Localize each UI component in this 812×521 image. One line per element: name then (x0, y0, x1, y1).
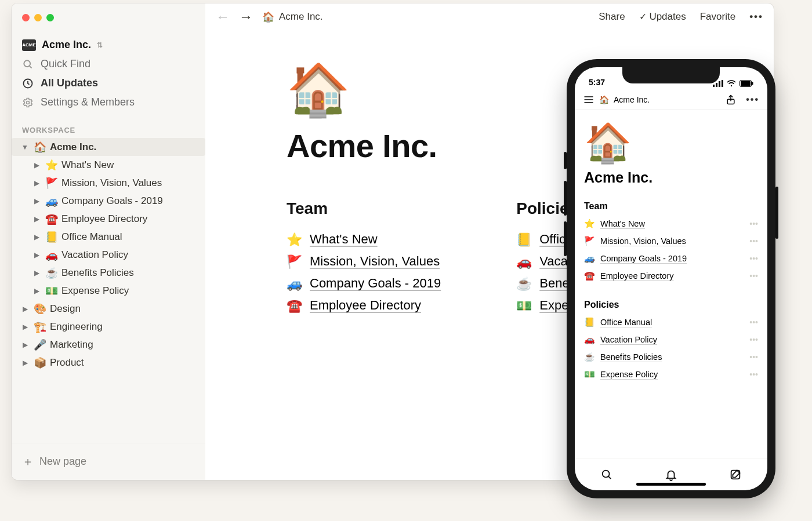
compose-icon[interactable] (729, 468, 742, 481)
tree-item-design[interactable]: ▶🎨Design (12, 300, 205, 318)
row-actions-icon[interactable]: ••• (749, 254, 758, 263)
search-icon[interactable] (600, 468, 613, 481)
more-menu-button[interactable]: ••• (746, 94, 759, 105)
page-link-whats-new[interactable]: ⭐What's New••• (584, 215, 758, 232)
new-page-label: New page (39, 456, 86, 468)
quick-find-button[interactable]: Quick Find (12, 54, 205, 74)
chevron-right-icon[interactable]: ▶ (20, 305, 30, 313)
chevron-right-icon[interactable]: ▶ (31, 161, 42, 169)
phone-volume-up (564, 181, 567, 216)
row-actions-icon[interactable]: ••• (749, 335, 758, 344)
tree-item-mission[interactable]: ▶🚩Mission, Vision, Values (12, 174, 205, 192)
tree-item-label: Product (50, 357, 84, 369)
dollar-icon: 💵 (45, 285, 58, 297)
page-link-label: Mission, Vision, Values (600, 236, 686, 246)
favorite-button[interactable]: Favorite (700, 11, 735, 23)
chevron-right-icon[interactable]: ▶ (20, 323, 30, 331)
traffic-lights (12, 3, 205, 21)
page-cover-icon[interactable]: 🏠 (584, 124, 758, 162)
tree-item-vacation[interactable]: ▶🚗Vacation Policy (12, 246, 205, 264)
bell-icon[interactable] (665, 468, 677, 481)
tree-item-label: Vacation Policy (61, 249, 128, 261)
palette-icon: 🎨 (34, 303, 46, 315)
workspace-switcher[interactable]: ACME Acme Inc. ⇅ (12, 21, 205, 54)
page-title[interactable]: Acme Inc. (584, 169, 758, 186)
tree-root-acme[interactable]: ▼ 🏠 Acme Inc. (12, 138, 205, 156)
tree-item-label: Design (50, 303, 81, 315)
page-link-directory[interactable]: ☎️Employee Directory (287, 294, 441, 316)
tree-item-product[interactable]: ▶📦Product (12, 354, 205, 371)
chevron-right-icon[interactable]: ▶ (31, 215, 42, 223)
svg-rect-6 (719, 81, 720, 87)
workspace-name: Acme Inc. (42, 39, 91, 51)
chevron-right-icon[interactable]: ▶ (31, 233, 42, 241)
minimize-window-button[interactable] (34, 14, 42, 21)
nav-forward-button[interactable]: → (239, 9, 253, 25)
page-link-manual[interactable]: 📒Office Manual••• (584, 314, 758, 331)
tree-item-engineering[interactable]: ▶🏗️Engineering (12, 318, 205, 336)
svg-point-16 (603, 470, 610, 477)
plus-icon: ＋ (22, 454, 34, 469)
share-icon[interactable] (725, 94, 737, 105)
hamburger-menu-icon[interactable] (583, 94, 594, 105)
page-link-vacation[interactable]: 🚗Vacation Policy••• (584, 331, 758, 348)
all-updates-label: All Updates (41, 77, 98, 89)
more-menu-button[interactable]: ••• (749, 11, 763, 23)
page-link-whats-new[interactable]: ⭐What's New (287, 228, 441, 250)
maximize-window-button[interactable] (46, 14, 54, 21)
page-link-mission[interactable]: 🚩Mission, Vision, Values••• (584, 232, 758, 250)
star-icon: ⭐ (287, 232, 302, 247)
svg-rect-11 (752, 82, 753, 85)
notebook-icon: 📒 (45, 231, 58, 243)
chevron-right-icon[interactable]: ▶ (20, 341, 30, 349)
chevron-down-icon[interactable]: ▼ (20, 143, 30, 151)
workspace-badge: ACME (22, 39, 36, 51)
telephone-icon: ☎️ (584, 271, 594, 281)
home-indicator[interactable] (636, 483, 706, 486)
tree-item-goals[interactable]: ▶🚙Company Goals - 2019 (12, 192, 205, 210)
page-link-mission[interactable]: 🚩Mission, Vision, Values (287, 250, 441, 272)
tree-item-marketing[interactable]: ▶🎤Marketing (12, 336, 205, 354)
row-actions-icon[interactable]: ••• (749, 370, 758, 379)
updates-button[interactable]: ✓ Updates (639, 11, 686, 23)
settings-members-button[interactable]: Settings & Members (12, 93, 205, 112)
microphone-icon: 🎤 (34, 338, 46, 351)
page-link-expense[interactable]: 💵Expense Policy••• (584, 366, 758, 383)
search-icon (22, 59, 34, 70)
new-page-button[interactable]: ＋ New page (12, 443, 205, 480)
tree-item-directory[interactable]: ▶☎️Employee Directory (12, 210, 205, 228)
row-actions-icon[interactable]: ••• (749, 271, 758, 280)
page-link-benefits[interactable]: ☕Benefits Policies••• (584, 348, 758, 366)
row-actions-icon[interactable]: ••• (749, 352, 758, 362)
tree-item-expense[interactable]: ▶💵Expense Policy (12, 282, 205, 300)
telephone-icon: ☎️ (45, 213, 58, 225)
tree-item-label: Employee Directory (61, 213, 147, 225)
page-link-goals[interactable]: 🚙Company Goals - 2019 (287, 272, 441, 294)
workspace-section-label: WORKSPACE (12, 112, 205, 138)
all-updates-button[interactable]: All Updates (12, 74, 205, 93)
row-actions-icon[interactable]: ••• (749, 219, 758, 228)
chevron-right-icon[interactable]: ▶ (31, 287, 42, 295)
nav-back-button[interactable]: ← (216, 9, 230, 25)
row-actions-icon[interactable]: ••• (749, 318, 758, 327)
breadcrumb[interactable]: 🏠 Acme Inc. (262, 11, 323, 23)
chevron-right-icon[interactable]: ▶ (31, 269, 42, 277)
page-link-goals[interactable]: 🚙Company Goals - 2019••• (584, 250, 758, 267)
tree-item-benefits[interactable]: ▶☕Benefits Policies (12, 264, 205, 282)
phone-power-button (775, 187, 778, 239)
tree-item-label: Office Manual (61, 231, 122, 243)
chevron-right-icon[interactable]: ▶ (31, 251, 42, 259)
tree-item-whats-new[interactable]: ▶⭐What's New (12, 156, 205, 174)
chevron-right-icon[interactable]: ▶ (20, 359, 30, 367)
house-icon: 🏠 (262, 11, 274, 23)
house-icon: 🏠 (599, 95, 609, 104)
svg-point-3 (27, 101, 30, 104)
page-link-directory[interactable]: ☎️Employee Directory••• (584, 267, 758, 285)
tree-item-manual[interactable]: ▶📒Office Manual (12, 228, 205, 246)
close-window-button[interactable] (22, 14, 30, 21)
share-button[interactable]: Share (599, 11, 625, 23)
row-actions-icon[interactable]: ••• (749, 236, 758, 246)
chevron-right-icon[interactable]: ▶ (31, 179, 42, 187)
chevron-right-icon[interactable]: ▶ (31, 197, 42, 205)
column-heading: Team (287, 199, 441, 218)
